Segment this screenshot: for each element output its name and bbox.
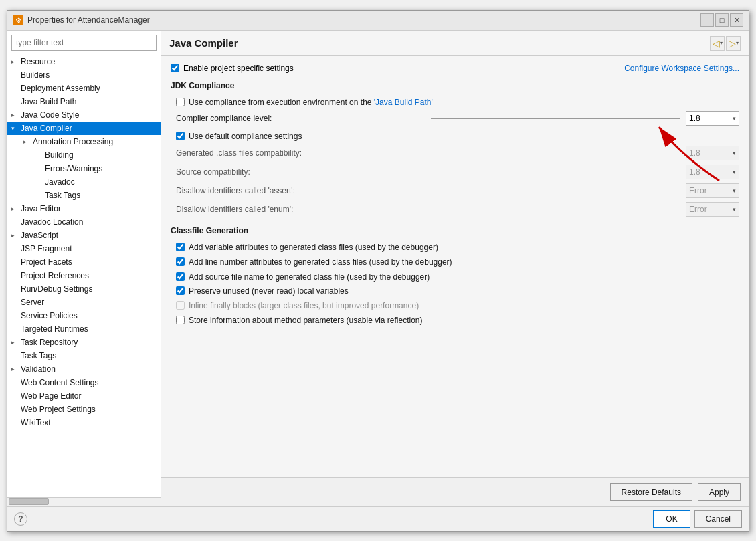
sidebar-item-annotation-processing[interactable]: ▸Annotation Processing (7, 135, 161, 148)
restore-defaults-button[interactable]: Restore Defaults (610, 483, 692, 501)
cancel-button[interactable]: Cancel (694, 510, 742, 528)
apply-button[interactable]: Apply (698, 483, 741, 501)
sidebar-item-label: Annotation Processing (33, 137, 113, 146)
sidebar-item-targeted-runtimes[interactable]: Targeted Runtimes (7, 322, 161, 336)
tree-expand-icon: ▸ (11, 232, 19, 239)
sidebar-item-wikitext[interactable]: WikiText (7, 416, 161, 429)
configure-workspace-link[interactable]: Configure Workspace Settings... (624, 64, 739, 73)
sidebar-item-label: Errors/Warnings (45, 164, 102, 173)
sidebar-item-javadoc-location[interactable]: Javadoc Location (7, 215, 161, 229)
compliance-dropdown-arrow: ▾ (733, 115, 736, 122)
generated-files-value: 1.8 (689, 148, 700, 158)
sidebar-item-task-tags2[interactable]: Task Tags (7, 349, 161, 362)
sidebar-item-label: Project Facets (21, 257, 72, 267)
sidebar-item-deployment-assembly[interactable]: Deployment Assembly (7, 82, 161, 95)
sidebar-item-builders[interactable]: Builders (7, 68, 161, 82)
classfile-generation-section: Classfile Generation Add variable attrib… (171, 226, 739, 326)
sidebar-item-label: Service Policies (21, 311, 78, 320)
sidebar-item-task-tags[interactable]: Task Tags (7, 189, 161, 202)
cb2-checkbox[interactable] (176, 257, 185, 266)
title-bar-left: ⚙ Properties for AttendanceManager (13, 15, 150, 25)
use-default-checkbox[interactable] (176, 132, 185, 140)
sidebar-item-label: Java Code Style (21, 110, 79, 120)
title-bar: ⚙ Properties for AttendanceManager — □ ✕ (7, 11, 749, 31)
sidebar-item-web-page-editor[interactable]: Web Page Editor (7, 389, 161, 403)
classfile-item-cb4: Preserve unused (never read) local varia… (171, 286, 739, 297)
sidebar-item-label: Web Page Editor (21, 391, 82, 401)
nav-back-button[interactable]: ◁▾ (710, 36, 725, 51)
sidebar-item-label: Server (21, 298, 44, 307)
filter-input[interactable] (11, 35, 157, 51)
horizontal-scrollbar[interactable] (7, 497, 161, 506)
source-compat-select: 1.8 ▾ (686, 165, 739, 179)
compliance-line (431, 118, 680, 119)
jdk-compliance-header: JDK Compliance (171, 81, 739, 92)
disallow-enum-label: Disallow identifiers called 'enum': (176, 205, 686, 214)
sidebar-item-task-repository[interactable]: ▸Task Repository (7, 336, 161, 349)
help-icon[interactable]: ? (14, 512, 27, 526)
classfile-item-cb2: Add line number attributes to generated … (171, 257, 739, 268)
nav-forward-button[interactable]: ▷▾ (726, 36, 741, 51)
cb6-label: Store information about method parameter… (189, 315, 423, 326)
sidebar-item-javascript[interactable]: ▸JavaScript (7, 229, 161, 242)
window-title: Properties for AttendanceManager (27, 15, 150, 25)
sidebar-item-web-content-settings[interactable]: Web Content Settings (7, 376, 161, 389)
sidebar-item-label: Java Editor (21, 204, 61, 213)
sidebar-item-label: Task Tags (45, 191, 80, 200)
close-button[interactable]: ✕ (730, 13, 743, 27)
sidebar-item-project-references[interactable]: Project References (7, 269, 161, 282)
java-build-path-link[interactable]: 'Java Build Path' (374, 98, 433, 107)
sidebar-item-java-compiler[interactable]: ▾Java Compiler (7, 122, 161, 135)
sidebar-item-java-code-style[interactable]: ▸Java Code Style (7, 108, 161, 122)
sidebar-item-java-build-path[interactable]: Java Build Path (7, 95, 161, 108)
right-header: Java Compiler ◁▾ ▷▾ (161, 31, 749, 56)
maximize-button[interactable]: □ (715, 13, 729, 27)
cb1-checkbox[interactable] (176, 243, 185, 251)
classfile-generation-header: Classfile Generation (171, 226, 739, 237)
sidebar-item-label: Task Repository (21, 338, 78, 347)
minimize-button[interactable]: — (700, 13, 714, 27)
enable-project-checkbox[interactable] (171, 64, 179, 72)
cb3-checkbox[interactable] (176, 272, 185, 281)
sidebar-item-errors-warnings[interactable]: Errors/Warnings (7, 162, 161, 175)
sidebar-item-run-debug-settings[interactable]: Run/Debug Settings (7, 282, 161, 296)
scrollbar-thumb[interactable] (9, 498, 49, 505)
bottom-bar: Restore Defaults Apply (161, 477, 749, 506)
sidebar-item-resource[interactable]: ▸Resource (7, 55, 161, 68)
sidebar-item-server[interactable]: Server (7, 296, 161, 309)
sidebar-item-label: JSP Fragment (21, 244, 72, 253)
tree-expand-icon: ▸ (23, 138, 31, 145)
cb4-checkbox[interactable] (176, 286, 185, 295)
use-default-compliance-row: Use default compliance settings (171, 131, 739, 142)
use-compliance-checkbox[interactable] (176, 98, 185, 106)
right-panel-title: Java Compiler (169, 37, 238, 49)
disallow-assert-arrow: ▾ (733, 187, 736, 194)
disallow-enum-row: Disallow identifiers called 'enum': Erro… (171, 202, 739, 217)
disallow-enum-arrow: ▾ (733, 206, 736, 213)
left-panel: ▸ResourceBuildersDeployment AssemblyJava… (7, 31, 161, 506)
enable-project-label: Enable project specific settings (183, 64, 294, 73)
sidebar-item-service-policies[interactable]: Service Policies (7, 309, 161, 322)
right-content: Enable project specific settings Configu… (161, 56, 749, 477)
generated-files-row: Generated .class files compatibility: 1.… (171, 146, 739, 160)
sidebar-item-building[interactable]: Building (7, 148, 161, 162)
right-panel: Java Compiler ◁▾ ▷▾ (161, 31, 749, 506)
sidebar-item-label: Web Project Settings (21, 405, 96, 414)
sidebar-item-jsp-fragment[interactable]: JSP Fragment (7, 242, 161, 255)
sidebar-item-java-editor[interactable]: ▸Java Editor (7, 202, 161, 215)
tree-expand-icon: ▸ (11, 58, 19, 65)
sidebar-item-label: Task Tags (21, 351, 56, 360)
source-compat-value: 1.8 (689, 167, 700, 177)
window-icon: ⚙ (13, 15, 23, 25)
sidebar-item-validation[interactable]: ▸Validation (7, 362, 161, 376)
sidebar-item-label: Resource (21, 57, 55, 66)
cb6-checkbox[interactable] (176, 316, 185, 324)
source-compat-arrow: ▾ (733, 169, 736, 175)
sidebar-item-label: Web Content Settings (21, 378, 99, 387)
sidebar-item-web-project-settings[interactable]: Web Project Settings (7, 403, 161, 416)
generated-files-select: 1.8 ▾ (686, 146, 739, 160)
ok-button[interactable]: OK (653, 510, 690, 528)
sidebar-item-project-facets[interactable]: Project Facets (7, 255, 161, 269)
sidebar-item-javadoc[interactable]: Javadoc (7, 175, 161, 189)
compliance-level-select[interactable]: 1.8 ▾ (686, 111, 739, 126)
